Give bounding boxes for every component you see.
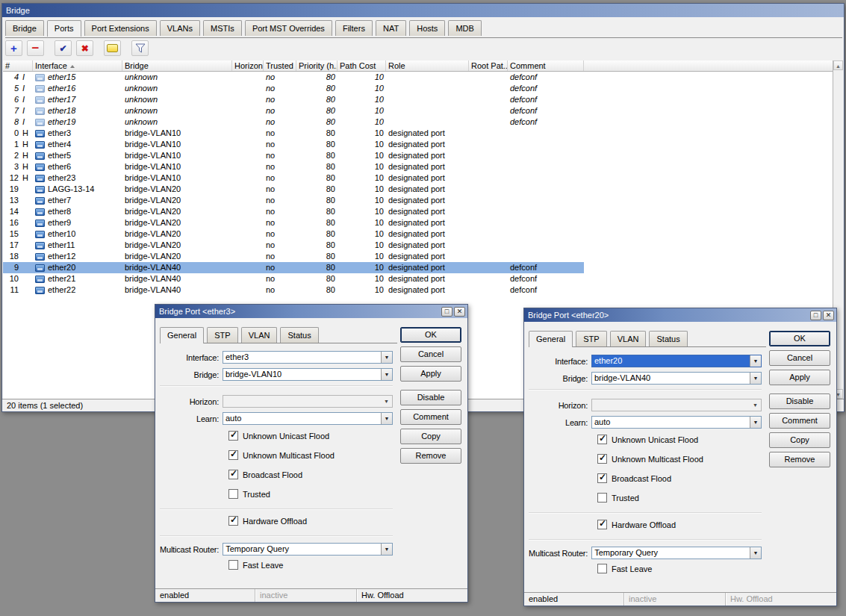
cancel-button[interactable]: Cancel <box>769 350 830 366</box>
trusted-checkbox[interactable] <box>597 493 607 503</box>
table-row[interactable]: 6I ether17 unknown no 80 10 defconf <box>3 94 834 105</box>
tab-mdb[interactable]: MDB <box>448 20 481 36</box>
apply-button[interactable]: Apply <box>769 370 830 385</box>
table-row[interactable]: 14 ether8 bridge-VLAN20 no 80 10 designa… <box>3 206 834 217</box>
unknown-unicast-flood-checkbox[interactable] <box>597 435 607 444</box>
disable-button[interactable]: Disable <box>769 393 830 409</box>
trusted-checkbox[interactable] <box>228 489 238 499</box>
ok-button[interactable]: OK <box>400 327 461 343</box>
bridge-combo[interactable]: bridge-VLAN40▼ <box>591 372 762 385</box>
table-row[interactable]: 13 ether7 bridge-VLAN20 no 80 10 designa… <box>3 195 834 206</box>
column-header-path-cost[interactable]: Path Cost <box>338 60 386 71</box>
multicast-router-combo[interactable]: Temporary Query▼ <box>591 547 762 559</box>
table-row[interactable]: 0H ether3 bridge-VLAN10 no 80 10 designa… <box>3 128 834 139</box>
learn-combo[interactable]: auto▼ <box>591 416 762 429</box>
tab-port-extensions[interactable]: Port Extensions <box>84 20 157 36</box>
comment-button[interactable]: Comment <box>769 413 830 429</box>
close-button[interactable]: ✕ <box>823 311 834 320</box>
broadcast-flood-checkbox[interactable] <box>597 473 607 483</box>
scroll-up-icon[interactable]: ▲ <box>833 60 843 70</box>
tab-stp[interactable]: STP <box>576 331 606 346</box>
chevron-down-icon[interactable]: ▼ <box>381 544 392 555</box>
column-header-priority[interactable]: Priority (h... <box>296 60 338 71</box>
column-header-root-path[interactable]: Root Pat... <box>469 60 508 71</box>
hardware-offload-checkbox[interactable] <box>228 516 238 526</box>
tab-nat[interactable]: NAT <box>376 20 406 36</box>
table-row[interactable]: 4I ether15 unknown no 80 10 defconf <box>3 72 834 83</box>
tab-status[interactable]: Status <box>649 331 687 346</box>
fast-leave-checkbox[interactable] <box>228 560 238 570</box>
chevron-down-icon[interactable]: ▼ <box>381 396 392 407</box>
dialog-titlebar[interactable]: Bridge Port <ether3> □ ✕ <box>155 305 467 318</box>
table-row[interactable]: 12H ether23 bridge-VLAN10 no 80 10 desig… <box>3 172 834 184</box>
bridge-combo[interactable]: bridge-VLAN10▼ <box>223 368 393 381</box>
table-row[interactable]: 5I ether16 unknown no 80 10 defconf <box>3 83 834 94</box>
chevron-down-icon[interactable]: ▼ <box>750 373 761 384</box>
column-header-horizon[interactable]: Horizon <box>232 60 264 71</box>
tab-status[interactable]: Status <box>280 327 318 343</box>
table-row[interactable]: 10 ether21 bridge-VLAN40 no 80 10 design… <box>3 273 834 284</box>
column-header-role[interactable]: Role <box>386 60 469 71</box>
horizon-combo[interactable]: ▼ <box>223 395 393 408</box>
cancel-button[interactable]: Cancel <box>400 346 461 362</box>
chevron-down-icon[interactable]: ▼ <box>750 547 761 559</box>
tab-vlan[interactable]: VLAN <box>241 327 278 343</box>
tab-stp[interactable]: STP <box>207 327 237 343</box>
dialog-titlebar[interactable]: Bridge Port <ether20> □ ✕ <box>524 308 836 322</box>
column-header-bridge[interactable]: Bridge <box>122 60 232 71</box>
maximize-button[interactable]: □ <box>810 311 821 320</box>
chevron-down-icon[interactable]: ▼ <box>750 399 761 411</box>
chevron-down-icon[interactable]: ▼ <box>381 369 392 380</box>
disable-button[interactable]: Disable <box>400 390 461 405</box>
chevron-down-icon[interactable]: ▼ <box>381 413 392 424</box>
tab-mstis[interactable]: MSTIs <box>203 20 242 36</box>
table-row[interactable]: 8I ether19 unknown no 80 10 defconf <box>3 116 834 128</box>
table-row[interactable]: 18 ether12 bridge-VLAN20 no 80 10 design… <box>3 251 834 262</box>
hardware-offload-checkbox[interactable] <box>597 520 607 529</box>
table-row[interactable]: 7I ether18 unknown no 80 10 defconf <box>3 105 834 116</box>
tab-hosts[interactable]: Hosts <box>409 20 445 36</box>
copy-button[interactable]: Copy <box>769 432 830 448</box>
column-header-trusted[interactable]: Trusted <box>264 60 296 71</box>
remove-button[interactable]: − <box>27 40 44 56</box>
table-row[interactable]: 9 ether20 bridge-VLAN40 no 80 10 designa… <box>3 262 834 273</box>
copy-button[interactable]: Copy <box>400 429 461 444</box>
tab-port-mst-overrides[interactable]: Port MST Overrides <box>245 20 332 36</box>
filter-button[interactable] <box>131 40 149 56</box>
table-row[interactable]: 1H ether4 bridge-VLAN10 no 80 10 designa… <box>3 139 834 150</box>
comment-button[interactable]: Comment <box>400 409 461 425</box>
column-header-number[interactable]: # <box>3 60 33 71</box>
table-row[interactable]: 2H ether5 bridge-VLAN10 no 80 10 designa… <box>3 150 834 161</box>
enable-button[interactable]: ✔ <box>55 40 72 56</box>
tab-vlan[interactable]: VLAN <box>610 331 647 346</box>
table-row[interactable]: 11 ether22 bridge-VLAN40 no 80 10 design… <box>3 284 834 296</box>
table-row[interactable]: 3H ether6 bridge-VLAN10 no 80 10 designa… <box>3 161 834 172</box>
column-header-comment[interactable]: Comment <box>508 60 584 71</box>
tab-vlans[interactable]: VLANs <box>160 20 200 36</box>
unknown-multicast-flood-checkbox[interactable] <box>228 450 238 460</box>
remove-button[interactable]: Remove <box>769 452 830 467</box>
chevron-down-icon[interactable]: ▼ <box>381 352 392 363</box>
chevron-down-icon[interactable]: ▼ <box>750 417 761 428</box>
broadcast-flood-checkbox[interactable] <box>228 470 238 479</box>
table-row[interactable]: 17 ether11 bridge-VLAN20 no 80 10 design… <box>3 240 834 251</box>
window-titlebar[interactable]: Bridge <box>2 4 844 17</box>
unknown-unicast-flood-checkbox[interactable] <box>228 431 238 441</box>
tab-general[interactable]: General <box>529 331 573 347</box>
unknown-multicast-flood-checkbox[interactable] <box>597 454 607 464</box>
tab-general[interactable]: General <box>160 327 204 343</box>
apply-button[interactable]: Apply <box>400 366 461 382</box>
tab-ports[interactable]: Ports <box>47 20 81 37</box>
tab-filters[interactable]: Filters <box>335 20 373 36</box>
table-row[interactable]: 15 ether10 bridge-VLAN20 no 80 10 design… <box>3 228 834 240</box>
horizon-combo[interactable]: ▼ <box>591 399 762 411</box>
chevron-down-icon[interactable]: ▼ <box>750 355 761 367</box>
add-button[interactable]: + <box>5 40 22 56</box>
close-button[interactable]: ✕ <box>454 307 465 317</box>
comment-button[interactable] <box>104 40 121 56</box>
column-header-interface[interactable]: Interface <box>33 60 122 71</box>
tab-bridge[interactable]: Bridge <box>5 20 44 36</box>
remove-button[interactable]: Remove <box>400 448 461 464</box>
learn-combo[interactable]: auto▼ <box>223 412 393 425</box>
disable-button[interactable]: ✖ <box>76 40 93 56</box>
